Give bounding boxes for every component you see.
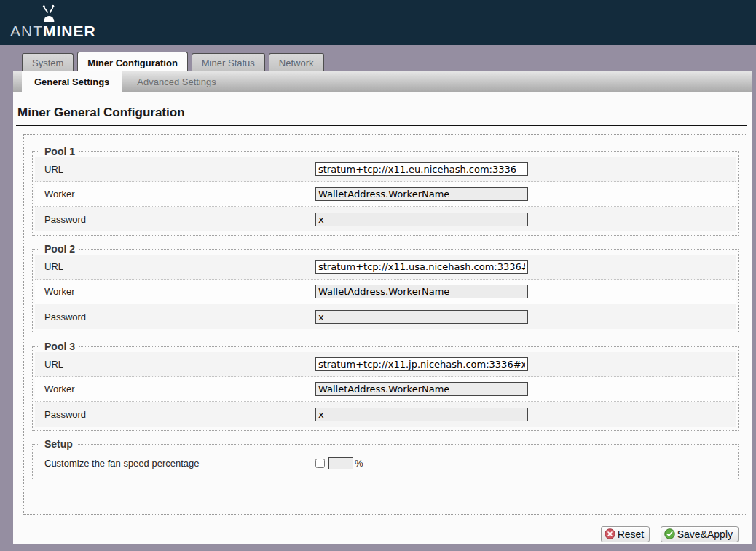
pool2-url-input[interactable] (315, 260, 528, 274)
pool1-section: Pool 1 URL Worker Password (32, 146, 739, 236)
pool1-password-input[interactable] (315, 213, 528, 226)
pool3-password-input[interactable] (315, 408, 528, 421)
pool1-worker-label: Worker (44, 189, 315, 199)
pool2-password-input[interactable] (315, 310, 528, 324)
sub-tab-bar: General Settings Advanced Settings (13, 71, 752, 92)
pool3-url-label: URL (44, 359, 315, 370)
nav-tab-miner-status[interactable]: Miner Status (192, 53, 265, 71)
nav-tab-row: System Miner Configuration Miner Status … (22, 52, 328, 71)
fan-speed-input[interactable] (328, 457, 353, 469)
fan-speed-label: Customize the fan speed percentage (44, 458, 315, 469)
nav-tab-band: System Miner Configuration Miner Status … (0, 45, 756, 71)
percent-sign: % (355, 458, 363, 469)
logo-text-miner: MINER (43, 23, 96, 39)
setup-section: Setup Customize the fan speed percentage… (32, 438, 739, 480)
fan-speed-controls: % (315, 457, 363, 469)
sub-tab-advanced-settings[interactable]: Advanced Settings (122, 71, 230, 92)
pool1-url-label: URL (44, 164, 315, 175)
field-row: Worker (35, 182, 736, 207)
field-row: Worker (35, 377, 736, 402)
logo-text: ANTMINER (10, 23, 96, 40)
fan-speed-checkbox[interactable] (315, 459, 325, 468)
content-area: General Settings Advanced Settings Miner… (13, 71, 752, 544)
field-row: Password (35, 304, 736, 329)
field-row: Password (35, 402, 736, 427)
action-buttons: Reset Save&Apply (594, 526, 739, 543)
app-header: ANTMINER (0, 0, 756, 45)
nav-tab-miner-configuration[interactable]: Miner Configuration (77, 52, 188, 71)
field-row: URL (35, 157, 736, 182)
pool1-legend: Pool 1 (40, 146, 79, 157)
reset-button-label: Reset (618, 528, 645, 540)
pool2-url-label: URL (44, 261, 315, 272)
pool3-url-input[interactable] (315, 357, 528, 371)
setup-legend: Setup (40, 438, 77, 450)
sub-tab-general-settings[interactable]: General Settings (22, 71, 122, 92)
pool3-legend: Pool 3 (40, 341, 79, 352)
page-title: Miner General Configuration (16, 106, 747, 126)
pool2-section: Pool 2 URL Worker Password (32, 243, 739, 333)
pool2-worker-label: Worker (44, 286, 315, 297)
reset-button[interactable]: Reset (601, 526, 650, 542)
reset-icon (605, 528, 615, 539)
field-row: Password (35, 207, 736, 231)
field-row: URL (35, 255, 736, 280)
logo-text-ant: ANT (10, 23, 43, 39)
field-row: URL (35, 352, 736, 377)
pool3-worker-label: Worker (44, 384, 315, 395)
pool1-password-label: Password (44, 214, 315, 225)
pool3-section: Pool 3 URL Worker Password (32, 341, 739, 431)
pool1-url-input[interactable] (315, 162, 528, 176)
save-apply-button-label: Save&Apply (677, 528, 733, 540)
ant-icon (39, 4, 58, 23)
pool3-password-label: Password (44, 409, 315, 420)
pool2-legend: Pool 2 (40, 243, 79, 255)
main-panel: Miner General Configuration Pool 1 URL W… (13, 92, 752, 544)
fan-speed-row: Customize the fan speed percentage % (35, 450, 736, 476)
pool2-password-label: Password (44, 312, 315, 322)
pool1-worker-input[interactable] (315, 187, 528, 201)
pool2-worker-input[interactable] (315, 285, 528, 298)
nav-tab-system[interactable]: System (22, 53, 74, 71)
field-row: Worker (35, 280, 736, 304)
configuration-form: Pool 1 URL Worker Password Pool 2 (23, 134, 747, 515)
pool3-worker-input[interactable] (315, 382, 528, 396)
save-apply-button[interactable]: Save&Apply (661, 526, 739, 542)
save-apply-icon (664, 528, 675, 539)
nav-tab-network[interactable]: Network (269, 53, 324, 71)
